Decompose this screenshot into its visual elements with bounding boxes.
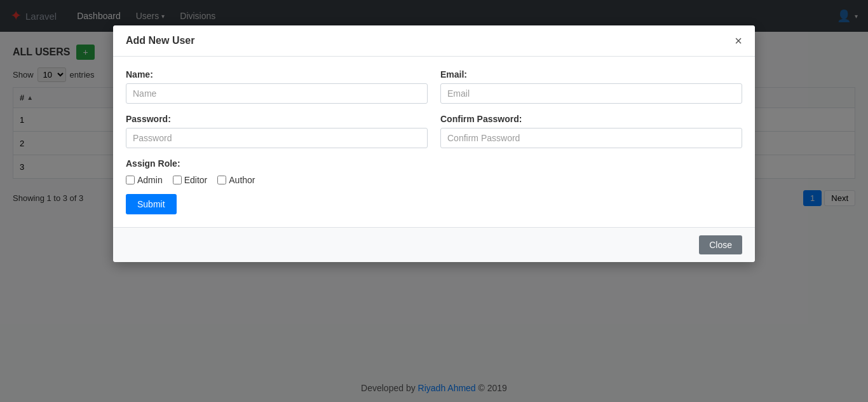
name-input[interactable] (126, 83, 428, 104)
modal-close-x-button[interactable]: × (735, 34, 742, 47)
close-modal-button[interactable]: Close (699, 235, 742, 254)
role-admin: Admin (126, 175, 163, 185)
modal-header: Add New User × (113, 25, 755, 57)
role-editor: Editor (173, 175, 208, 185)
author-label: Author (229, 175, 255, 185)
confirm-password-label: Confirm Password: (440, 114, 742, 124)
editor-label: Editor (184, 175, 208, 185)
password-label: Password: (126, 114, 428, 124)
submit-button[interactable]: Submit (126, 194, 177, 214)
form-group-name: Name: (126, 69, 428, 104)
modal-footer: Close (113, 227, 755, 262)
assign-role-label: Assign Role: (126, 158, 742, 169)
admin-checkbox[interactable] (126, 176, 135, 184)
form-row-password: Password: Confirm Password: (126, 114, 742, 148)
add-user-modal: Add New User × Name: Email: Password: (113, 25, 755, 262)
email-label: Email: (440, 69, 742, 80)
editor-checkbox[interactable] (173, 176, 182, 184)
form-group-confirm-password: Confirm Password: (440, 114, 742, 148)
author-checkbox[interactable] (217, 176, 226, 184)
admin-label: Admin (137, 175, 163, 185)
form-row-name-email: Name: Email: (126, 69, 742, 104)
form-group-email: Email: (440, 69, 742, 104)
assign-role-section: Assign Role: Admin Editor Author (126, 158, 742, 185)
form-group-password: Password: (126, 114, 428, 148)
role-author: Author (217, 175, 255, 185)
modal-title: Add New User (126, 35, 194, 46)
roles-row: Admin Editor Author (126, 175, 742, 185)
email-input[interactable] (440, 83, 742, 104)
name-label: Name: (126, 69, 428, 80)
confirm-password-input[interactable] (440, 128, 742, 148)
modal-body: Name: Email: Password: Confirm Password: (113, 57, 755, 227)
modal-overlay: Add New User × Name: Email: Password: (0, 0, 868, 402)
password-input[interactable] (126, 128, 428, 148)
